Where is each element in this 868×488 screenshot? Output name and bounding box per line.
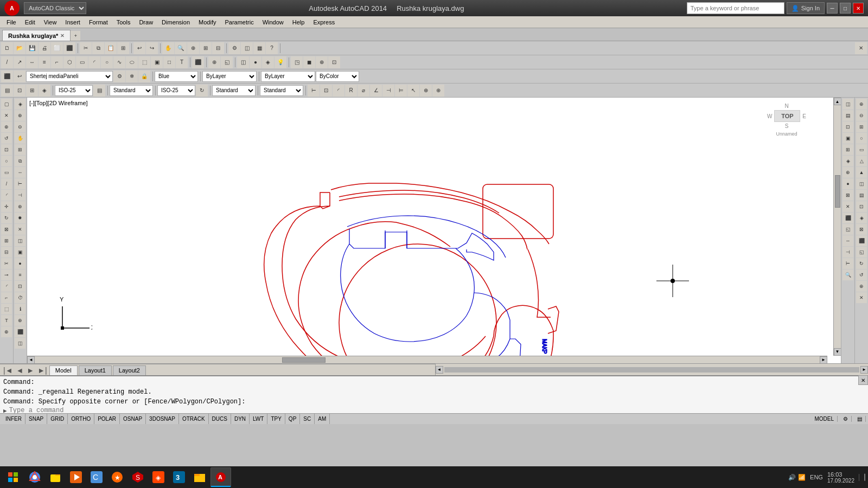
rp2-btn5[interactable]: ▭ <box>856 144 867 155</box>
dim-tolerance[interactable]: ⊕ <box>420 85 432 97</box>
status-ducs[interactable]: DUCS <box>209 414 231 424</box>
undo-button[interactable]: ↩ <box>133 42 145 54</box>
command-area[interactable]: Command: Command: _regenall Regenerating… <box>0 375 868 413</box>
plot-button[interactable]: ⬛ <box>63 42 75 54</box>
trim-btn[interactable]: ✂ <box>1 258 12 269</box>
text-button[interactable]: T <box>176 56 188 68</box>
polygon-button[interactable]: ⬡ <box>63 56 75 68</box>
taskbar-chrome[interactable] <box>25 467 44 487</box>
paste-button[interactable]: 📋 <box>105 42 117 54</box>
dim-style-icon[interactable]: ▤ <box>93 85 105 97</box>
rp2-btn6[interactable]: △ <box>856 156 867 166</box>
rp-btn8[interactable]: ● <box>843 178 853 189</box>
pan-view-btn[interactable]: ✋ <box>15 133 25 144</box>
view-orbit[interactable]: ↺ <box>1 133 12 144</box>
rp2-btn11[interactable]: ◈ <box>856 213 867 223</box>
network-icon[interactable]: 📶 <box>798 474 806 481</box>
rotate-btn[interactable]: ↻ <box>1 213 12 223</box>
menu-tools[interactable]: Tools <box>112 18 135 27</box>
properties-button[interactable]: ⚙ <box>228 42 240 54</box>
cmd-input[interactable] <box>9 407 865 413</box>
layer-lock[interactable]: 🔒 <box>138 70 150 82</box>
mline-button[interactable]: ≡ <box>39 56 50 68</box>
minimize-button[interactable]: ─ <box>827 3 838 14</box>
dim-continue[interactable]: ⊨ <box>395 85 407 97</box>
horizontal-scrollbar[interactable]: ◄ ► <box>27 356 827 363</box>
rp2-btn7[interactable]: ▲ <box>856 167 867 178</box>
status-snap[interactable]: SNAP <box>25 414 47 424</box>
3d-orbit[interactable]: ⊕ <box>208 56 220 68</box>
rp-btn6[interactable]: ◈ <box>843 156 853 166</box>
rp2-btn15[interactable]: ↻ <box>856 258 867 269</box>
dimstyle3-dropdown[interactable]: Standard <box>212 85 256 96</box>
xline-button[interactable]: ↔ <box>26 56 38 68</box>
id-btn[interactable]: ⊡ <box>15 281 25 292</box>
model-view[interactable]: ◫ <box>237 56 249 68</box>
gradient-button[interactable]: ▣ <box>151 56 163 68</box>
rp-btn13[interactable]: ↔ <box>843 235 853 246</box>
tab-close-icon[interactable]: ✕ <box>60 33 65 38</box>
region-button[interactable]: □ <box>163 56 175 68</box>
status-settings-icon[interactable]: ⚙ <box>840 416 852 422</box>
rp2-btn3[interactable]: ⊞ <box>856 121 867 132</box>
clock-area[interactable]: 16:03 17.09.2022 <box>827 471 854 484</box>
dimstyle4-dropdown[interactable]: Standard <box>260 85 303 96</box>
status-am[interactable]: AM <box>315 414 330 424</box>
hscroll-left[interactable]: ◄ <box>436 366 443 374</box>
menu-dimension[interactable]: Dimension <box>157 18 194 27</box>
join-btn[interactable]: ⊕ <box>15 201 25 212</box>
plotstyle-dropdown[interactable]: ByColor <box>316 71 359 82</box>
status-grid[interactable]: GRID <box>47 414 68 424</box>
rp-zoom-btn[interactable]: 🔍 <box>843 269 853 280</box>
vertical-scroll-thumb[interactable] <box>835 175 840 208</box>
rp-btn1[interactable]: ◫ <box>843 99 853 110</box>
3d-navigate[interactable]: ⊕ <box>1 121 12 132</box>
dimstyle1-dropdown[interactable]: ISO-25 <box>55 85 93 96</box>
menu-format[interactable]: Format <box>85 18 112 27</box>
pan-button[interactable]: ✋ <box>162 42 174 54</box>
pickbox-btn[interactable]: ▢ <box>1 99 12 110</box>
arc-button[interactable]: ◜ <box>88 56 100 68</box>
status-clean-icon[interactable]: ▤ <box>854 416 866 422</box>
new-tab-button[interactable]: + <box>71 31 80 41</box>
hatch-draw-btn[interactable]: ⬚ <box>1 304 12 314</box>
lineweight-dropdown[interactable]: ByLayer <box>261 71 315 82</box>
rp-btn15[interactable]: ⊢ <box>843 258 853 269</box>
vertical-scrollbar[interactable]: ▲ ▼ <box>833 98 841 356</box>
preview-button[interactable]: ⬜ <box>51 42 63 54</box>
menu-window[interactable]: Window <box>258 18 288 27</box>
menu-parametric[interactable]: Parametric <box>220 18 258 27</box>
rp2-btn14[interactable]: ◱ <box>856 247 867 258</box>
gizmo-btn[interactable]: ⊕ <box>316 56 328 68</box>
dimstyle2-dropdown[interactable]: ISO-25 <box>157 85 195 96</box>
style-btn2[interactable]: ⊡ <box>14 85 25 97</box>
rp-btn10[interactable]: ✕ <box>843 201 853 212</box>
lights-btn[interactable]: 💡 <box>275 56 286 68</box>
show-desktop-icon[interactable]: ▕ <box>859 474 866 481</box>
canvas-area[interactable]: [-][Top][2D Wireframe] <box>27 98 841 363</box>
rp-btn11[interactable]: ⬛ <box>843 213 853 223</box>
style-btn1[interactable]: ▤ <box>1 85 13 97</box>
taskbar-calc[interactable]: C <box>87 467 106 487</box>
menu-help[interactable]: Help <box>288 18 309 27</box>
status-lwt[interactable]: LWT <box>250 414 267 424</box>
scroll-left-arrow[interactable]: ◄ <box>27 356 35 364</box>
menu-edit[interactable]: Edit <box>21 18 40 27</box>
zoom-button[interactable]: ⊕ <box>187 42 199 54</box>
taskbar-3dsmax[interactable]: 3 <box>169 467 189 487</box>
rp2-btn10[interactable]: ⊡ <box>856 201 867 212</box>
move-btn[interactable]: ✛ <box>1 201 12 212</box>
dim-angular[interactable]: ∠ <box>370 85 382 97</box>
hscroll-right[interactable]: ► <box>860 366 868 374</box>
array-btn[interactable]: ⊞ <box>15 144 25 155</box>
copy-obj-btn[interactable]: ⧉ <box>15 156 25 166</box>
rp2-btn18[interactable]: ✕ <box>856 292 867 303</box>
extend-btn[interactable]: ⊸ <box>1 269 12 280</box>
line-button[interactable]: / <box>1 56 13 68</box>
zoom-in-btn[interactable]: ⊕ <box>15 110 25 121</box>
help-button[interactable]: ? <box>266 42 278 54</box>
3d-view[interactable]: ◱ <box>221 56 233 68</box>
rp2-btn8[interactable]: ◫ <box>856 178 867 189</box>
rp2-btn16[interactable]: ↺ <box>856 269 867 280</box>
scroll-right-arrow[interactable]: ► <box>820 356 827 364</box>
